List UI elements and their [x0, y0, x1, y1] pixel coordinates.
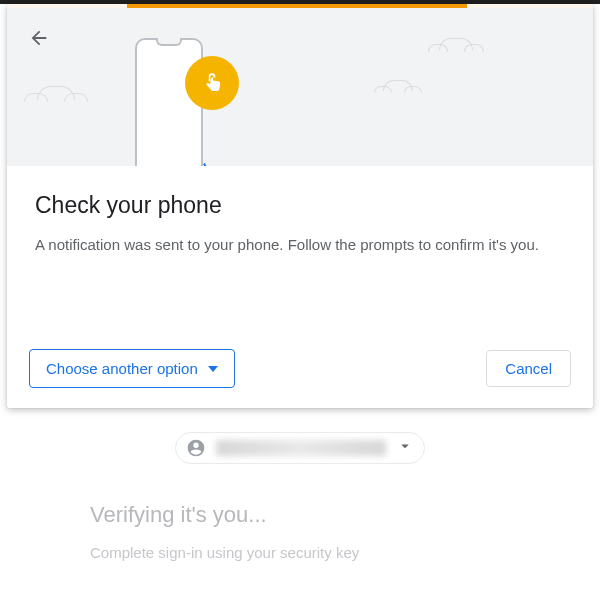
account-chip[interactable]: [175, 432, 425, 464]
tap-badge: [185, 56, 239, 110]
back-button[interactable]: [23, 22, 55, 54]
choose-another-option-label: Choose another option: [46, 360, 198, 377]
phone-notch: [156, 38, 182, 46]
dialog-body: Check your phone A notification was sent…: [7, 166, 593, 276]
dialog-actions: Choose another option Cancel: [29, 349, 571, 388]
cloud-icon: [383, 80, 413, 91]
verifying-subtext: Complete sign-in using your security key: [90, 544, 600, 561]
touch-icon: [199, 70, 225, 96]
account-circle-icon: [186, 438, 206, 458]
page-background: Verifying it's you... Complete sign-in u…: [0, 4, 600, 591]
choose-another-option-button[interactable]: Choose another option: [29, 349, 235, 388]
account-email-redacted: [216, 440, 386, 456]
arrow-back-icon: [28, 27, 50, 49]
loading-arc-icon: [181, 156, 209, 166]
cloud-icon: [37, 86, 75, 100]
dialog-description: A notification was sent to your phone. F…: [35, 233, 565, 256]
dropdown-triangle-icon: [208, 366, 218, 372]
dialog-title: Check your phone: [35, 192, 565, 219]
cloud-icon: [439, 38, 473, 50]
cancel-button[interactable]: Cancel: [486, 350, 571, 387]
check-phone-dialog: Check your phone A notification was sent…: [7, 4, 593, 408]
verifying-heading: Verifying it's you...: [90, 502, 600, 528]
chevron-down-icon: [396, 437, 414, 459]
dialog-hero: [7, 8, 593, 166]
